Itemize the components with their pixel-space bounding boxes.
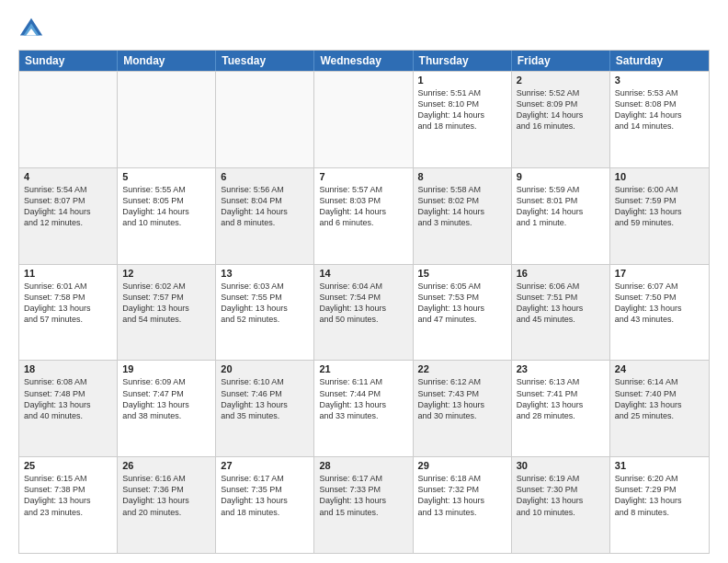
day-number: 26 [122, 460, 210, 471]
cal-cell: 25Sunrise: 6:15 AM Sunset: 7:38 PM Dayli… [19, 457, 118, 553]
calendar: SundayMondayTuesdayWednesdayThursdayFrid… [18, 50, 710, 554]
cal-week-5: 25Sunrise: 6:15 AM Sunset: 7:38 PM Dayli… [19, 456, 709, 553]
cell-info: Sunrise: 6:10 AM Sunset: 7:46 PM Dayligh… [221, 376, 309, 421]
cell-info: Sunrise: 6:07 AM Sunset: 7:50 PM Dayligh… [615, 281, 704, 326]
cell-info: Sunrise: 6:06 AM Sunset: 7:51 PM Dayligh… [517, 281, 605, 326]
cal-cell [314, 72, 413, 167]
cal-header-tuesday: Tuesday [216, 51, 314, 71]
cell-info: Sunrise: 6:18 AM Sunset: 7:32 PM Dayligh… [418, 473, 506, 518]
cell-info: Sunrise: 6:08 AM Sunset: 7:48 PM Dayligh… [24, 376, 112, 421]
cal-cell [19, 72, 118, 167]
day-number: 22 [418, 363, 506, 374]
day-number: 12 [122, 268, 210, 279]
cell-info: Sunrise: 5:57 AM Sunset: 8:03 PM Dayligh… [319, 184, 407, 229]
day-number: 13 [221, 268, 309, 279]
cal-cell: 19Sunrise: 6:09 AM Sunset: 7:47 PM Dayli… [118, 361, 216, 456]
day-number: 23 [517, 363, 605, 374]
day-number: 17 [615, 268, 704, 279]
day-number: 27 [221, 460, 309, 471]
day-number: 8 [418, 171, 506, 182]
cell-info: Sunrise: 6:15 AM Sunset: 7:38 PM Dayligh… [24, 473, 112, 518]
cell-info: Sunrise: 6:17 AM Sunset: 7:35 PM Dayligh… [221, 473, 309, 518]
cal-cell [216, 72, 314, 167]
cell-info: Sunrise: 5:53 AM Sunset: 8:08 PM Dayligh… [615, 87, 704, 132]
cell-info: Sunrise: 6:09 AM Sunset: 7:47 PM Dayligh… [122, 376, 210, 421]
day-number: 15 [418, 268, 506, 279]
cell-info: Sunrise: 6:16 AM Sunset: 7:36 PM Dayligh… [122, 473, 210, 518]
cal-cell: 6Sunrise: 5:56 AM Sunset: 8:04 PM Daylig… [216, 168, 314, 264]
cal-header-monday: Monday [118, 51, 216, 71]
cal-cell: 15Sunrise: 6:05 AM Sunset: 7:53 PM Dayli… [414, 265, 512, 361]
day-number: 21 [319, 363, 407, 374]
cal-cell: 5Sunrise: 5:55 AM Sunset: 8:05 PM Daylig… [118, 168, 216, 264]
day-number: 14 [319, 268, 407, 279]
cal-header-sunday: Sunday [19, 51, 118, 71]
day-number: 3 [615, 75, 704, 86]
cell-info: Sunrise: 5:51 AM Sunset: 8:10 PM Dayligh… [418, 87, 506, 132]
cal-cell [118, 72, 216, 167]
cal-cell: 3Sunrise: 5:53 AM Sunset: 8:08 PM Daylig… [610, 72, 709, 167]
cell-info: Sunrise: 5:56 AM Sunset: 8:04 PM Dayligh… [221, 184, 309, 229]
calendar-header-row: SundayMondayTuesdayWednesdayThursdayFrid… [19, 51, 709, 71]
cell-info: Sunrise: 6:12 AM Sunset: 7:43 PM Dayligh… [418, 376, 506, 421]
cell-info: Sunrise: 6:05 AM Sunset: 7:53 PM Dayligh… [418, 281, 506, 326]
cell-info: Sunrise: 6:11 AM Sunset: 7:44 PM Dayligh… [319, 376, 407, 421]
day-number: 18 [24, 363, 112, 374]
day-number: 10 [615, 171, 704, 182]
header [18, 17, 710, 42]
day-number: 4 [24, 171, 112, 182]
cal-header-wednesday: Wednesday [314, 51, 413, 71]
cal-cell: 10Sunrise: 6:00 AM Sunset: 7:59 PM Dayli… [610, 168, 709, 264]
cell-info: Sunrise: 6:13 AM Sunset: 7:41 PM Dayligh… [517, 376, 605, 421]
cal-cell: 20Sunrise: 6:10 AM Sunset: 7:46 PM Dayli… [216, 361, 314, 456]
logo-icon [18, 17, 44, 42]
cal-cell: 11Sunrise: 6:01 AM Sunset: 7:58 PM Dayli… [19, 265, 118, 361]
day-number: 31 [615, 460, 704, 471]
cal-header-friday: Friday [512, 51, 610, 71]
day-number: 9 [517, 171, 605, 182]
cell-info: Sunrise: 6:03 AM Sunset: 7:55 PM Dayligh… [221, 281, 309, 326]
cal-week-4: 18Sunrise: 6:08 AM Sunset: 7:48 PM Dayli… [19, 360, 709, 456]
logo [18, 17, 48, 42]
cal-cell: 27Sunrise: 6:17 AM Sunset: 7:35 PM Dayli… [216, 457, 314, 553]
cal-cell: 4Sunrise: 5:54 AM Sunset: 8:07 PM Daylig… [19, 168, 118, 264]
cal-header-thursday: Thursday [414, 51, 512, 71]
cell-info: Sunrise: 5:58 AM Sunset: 8:02 PM Dayligh… [418, 184, 506, 229]
cal-week-3: 11Sunrise: 6:01 AM Sunset: 7:58 PM Dayli… [19, 264, 709, 361]
day-number: 1 [418, 75, 506, 86]
cal-cell: 2Sunrise: 5:52 AM Sunset: 8:09 PM Daylig… [512, 72, 610, 167]
cell-info: Sunrise: 6:17 AM Sunset: 7:33 PM Dayligh… [319, 473, 407, 518]
cell-info: Sunrise: 6:19 AM Sunset: 7:30 PM Dayligh… [517, 473, 605, 518]
cal-cell: 22Sunrise: 6:12 AM Sunset: 7:43 PM Dayli… [414, 361, 512, 456]
day-number: 16 [517, 268, 605, 279]
cal-cell: 21Sunrise: 6:11 AM Sunset: 7:44 PM Dayli… [314, 361, 413, 456]
cell-info: Sunrise: 6:01 AM Sunset: 7:58 PM Dayligh… [24, 281, 112, 326]
day-number: 5 [122, 171, 210, 182]
day-number: 7 [319, 171, 407, 182]
page: SundayMondayTuesdayWednesdayThursdayFrid… [0, 0, 728, 563]
day-number: 20 [221, 363, 309, 374]
cal-cell: 9Sunrise: 5:59 AM Sunset: 8:01 PM Daylig… [512, 168, 610, 264]
cal-week-1: 1Sunrise: 5:51 AM Sunset: 8:10 PM Daylig… [19, 71, 709, 167]
cell-info: Sunrise: 5:59 AM Sunset: 8:01 PM Dayligh… [517, 184, 605, 229]
cal-cell: 30Sunrise: 6:19 AM Sunset: 7:30 PM Dayli… [512, 457, 610, 553]
cal-cell: 16Sunrise: 6:06 AM Sunset: 7:51 PM Dayli… [512, 265, 610, 361]
day-number: 19 [122, 363, 210, 374]
cal-cell: 24Sunrise: 6:14 AM Sunset: 7:40 PM Dayli… [610, 361, 709, 456]
cal-cell: 26Sunrise: 6:16 AM Sunset: 7:36 PM Dayli… [118, 457, 216, 553]
calendar-body: 1Sunrise: 5:51 AM Sunset: 8:10 PM Daylig… [19, 71, 709, 553]
cell-info: Sunrise: 6:00 AM Sunset: 7:59 PM Dayligh… [615, 184, 704, 229]
cal-cell: 8Sunrise: 5:58 AM Sunset: 8:02 PM Daylig… [414, 168, 512, 264]
day-number: 6 [221, 171, 309, 182]
cal-cell: 31Sunrise: 6:20 AM Sunset: 7:29 PM Dayli… [610, 457, 709, 553]
cal-cell: 23Sunrise: 6:13 AM Sunset: 7:41 PM Dayli… [512, 361, 610, 456]
cell-info: Sunrise: 5:54 AM Sunset: 8:07 PM Dayligh… [24, 184, 112, 229]
cell-info: Sunrise: 6:20 AM Sunset: 7:29 PM Dayligh… [615, 473, 704, 518]
cal-cell: 7Sunrise: 5:57 AM Sunset: 8:03 PM Daylig… [314, 168, 413, 264]
cell-info: Sunrise: 6:04 AM Sunset: 7:54 PM Dayligh… [319, 281, 407, 326]
day-number: 24 [615, 363, 704, 374]
cal-cell: 18Sunrise: 6:08 AM Sunset: 7:48 PM Dayli… [19, 361, 118, 456]
cell-info: Sunrise: 6:14 AM Sunset: 7:40 PM Dayligh… [615, 376, 704, 421]
cal-cell: 17Sunrise: 6:07 AM Sunset: 7:50 PM Dayli… [610, 265, 709, 361]
cal-cell: 1Sunrise: 5:51 AM Sunset: 8:10 PM Daylig… [414, 72, 512, 167]
